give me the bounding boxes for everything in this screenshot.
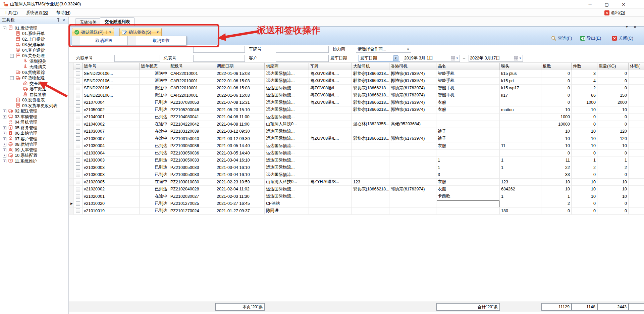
row-checkbox[interactable]	[76, 209, 80, 213]
cancel-dispatch-item[interactable]: 取消派送	[80, 38, 127, 44]
tab-warehouse-dispatch-list[interactable]: 交仓派送列表	[100, 17, 135, 26]
tree-item-06.货物跟踪[interactable]: 06.货物跟踪	[0, 70, 68, 76]
row-checkbox-cell[interactable]	[73, 186, 83, 193]
row-indicator[interactable]	[69, 85, 73, 92]
column-header-hk_driver[interactable]: 香港司机	[389, 62, 436, 70]
confirm-receipt-button[interactable]: 确认签收(S) ▼	[119, 28, 162, 37]
row-checkbox[interactable]	[76, 144, 80, 148]
pin-icon[interactable]	[56, 18, 61, 23]
menu-help[interactable]: 帮助(H)	[52, 9, 74, 16]
row-checkbox-cell[interactable]	[73, 200, 83, 208]
row-checkbox[interactable]	[76, 201, 80, 206]
row-checkbox-cell[interactable]	[73, 142, 83, 150]
export-button[interactable]: 导出(E)	[580, 34, 601, 42]
row-checkbox-cell[interactable]	[73, 114, 83, 121]
table-row[interactable]: v21040001已到达PZ21040800412021-04-08 11:00…	[69, 114, 644, 121]
row-indicator[interactable]	[69, 106, 73, 114]
row-checkbox-cell[interactable]	[73, 99, 83, 106]
row-indicator[interactable]	[69, 157, 73, 164]
row-indicator[interactable]	[69, 171, 73, 179]
tree-item-02.配送管理[interactable]: +02.配送管理	[0, 109, 68, 115]
tree-collapse-icon[interactable]: −	[3, 27, 6, 30]
row-indicator[interactable]	[69, 193, 73, 200]
row-indicator[interactable]	[69, 114, 73, 121]
row-checkbox-cell[interactable]	[73, 78, 83, 85]
row-indicator[interactable]	[69, 179, 73, 186]
row-checkbox[interactable]	[76, 129, 80, 134]
table-row[interactable]: v21020001在途中PZ21020300272021-02-03 11:30…	[69, 193, 644, 200]
tree-item-01.系统开单[interactable]: 01.系统开单	[0, 31, 68, 37]
row-indicator[interactable]	[69, 78, 73, 85]
row-checkbox-cell[interactable]	[73, 208, 83, 215]
row-checkbox[interactable]	[76, 136, 80, 141]
table-row[interactable]: v21050002已到达PZ21052000462021-05-20 15:10…	[69, 106, 644, 114]
row-indicator[interactable]	[69, 92, 73, 99]
row-indicator[interactable]	[69, 142, 73, 150]
tree-expand-icon[interactable]: +	[3, 115, 6, 119]
column-header-waybill_no[interactable]: 运单号	[83, 62, 140, 70]
row-checkbox[interactable]	[76, 180, 80, 184]
row-checkbox[interactable]	[76, 122, 80, 126]
tree-expand-icon[interactable]: +	[3, 143, 6, 146]
row-indicator[interactable]	[69, 186, 73, 193]
total-sheet-input[interactable]	[193, 55, 245, 62]
tree-item-01.发货管理[interactable]: −01.发货管理	[0, 26, 68, 31]
menu-system-settings[interactable]: 系统设置(S)	[22, 9, 52, 16]
row-checkbox[interactable]	[76, 72, 80, 76]
query-button[interactable]: 查询(F)	[551, 34, 572, 42]
row-indicator[interactable]: ▶	[69, 200, 73, 208]
close-tab-button[interactable]: 关闭(C)	[612, 34, 633, 42]
table-row[interactable]: SEND220106...派送中CAR220100012022-01-06 15…	[69, 78, 644, 85]
exit-button[interactable]: ✕ 退出(Q)	[604, 9, 625, 16]
tree-item-09.发货单更改列表[interactable]: 09.发货单更改列表	[0, 103, 68, 109]
plate-input[interactable]	[193, 46, 245, 53]
table-row[interactable]: v21030004已到达PZ21030500362021-03-05 14:40…	[69, 150, 644, 157]
column-header-mark[interactable]: 唛头	[500, 62, 541, 70]
row-checkbox[interactable]	[76, 107, 80, 112]
sidebar-close-icon[interactable]: ✕	[61, 18, 66, 23]
tree-item-10.系统配置[interactable]: +10.系统配置	[0, 153, 68, 159]
minimize-button[interactable]: ─	[582, 0, 598, 9]
table-row[interactable]: v21020002已到达PZ21020400282021-02-04 11:02…	[69, 186, 644, 193]
focused-cell[interactable]	[436, 200, 500, 208]
tree-item-08.发货报表[interactable]: 08.发货报表	[0, 98, 68, 103]
column-header-checkbox[interactable]	[73, 62, 83, 70]
tree-item-自提签收[interactable]: 自提签收	[0, 92, 68, 98]
row-checkbox-cell[interactable]	[73, 164, 83, 172]
row-checkbox-cell[interactable]	[73, 85, 83, 92]
row-checkbox[interactable]	[76, 165, 80, 170]
column-header-load_no[interactable]: 配载号	[169, 62, 215, 70]
confirm-dispatch-button[interactable]: 确认派送(P) ▼	[72, 28, 114, 37]
row-checkbox[interactable]	[76, 151, 80, 155]
column-header-waybill_status[interactable]: 运单状态	[140, 62, 169, 70]
row-checkbox[interactable]	[76, 173, 80, 177]
row-checkbox[interactable]	[76, 100, 80, 105]
column-header-pallets[interactable]: 板数	[541, 62, 572, 70]
tab-dropdown-icon[interactable]: ▼	[625, 25, 629, 30]
row-indicator[interactable]	[69, 164, 73, 172]
column-header-plate[interactable]: 车牌	[309, 62, 352, 70]
confirm-dispatch-dropdown-icon[interactable]: ▼	[106, 31, 112, 34]
tree-expand-icon[interactable]: +	[3, 132, 6, 135]
tree-collapse-icon[interactable]: −	[10, 54, 14, 58]
table-row[interactable]: v21030003已到达PZ21030500332021-03-04 16:10…	[69, 157, 644, 164]
menu-tools[interactable]: 工具(T)	[0, 9, 22, 16]
row-checkbox-cell[interactable]	[73, 70, 83, 78]
column-header-mainland_driver[interactable]: 大陆司机	[352, 62, 389, 70]
table-row[interactable]: v21030003已到达PZ21030500332021-03-04 16:10…	[69, 164, 644, 172]
tree-item-07.客户管理[interactable]: +07.客户管理	[0, 136, 68, 142]
table-row[interactable]: SEND220106...派送中CAR220100012022-01-06 15…	[69, 70, 644, 78]
tree-expand-icon[interactable]: +	[3, 137, 6, 141]
row-checkbox[interactable]	[76, 158, 80, 163]
tree-item-03.车辆管理[interactable]: +03.车辆管理	[0, 114, 68, 120]
column-header-supplier[interactable]: 供应商	[265, 62, 309, 70]
tree-collapse-icon[interactable]: −	[10, 76, 14, 80]
row-checkbox-cell[interactable]	[73, 193, 83, 200]
tree-item-11.系统维护[interactable]: +11.系统维护	[0, 159, 68, 164]
row-checkbox-cell[interactable]	[73, 92, 83, 99]
column-header-weight[interactable]: 重量(KG)	[597, 62, 629, 70]
tree-item-无缝清关[interactable]: 无缝清关	[0, 64, 68, 70]
table-row[interactable]: v21030007在途中PZ21031500402021-03-12 09:30…	[69, 135, 644, 143]
tree-item-09.人事管理[interactable]: +09.人事管理	[0, 147, 68, 153]
tree-expand-icon[interactable]: +	[3, 154, 6, 158]
